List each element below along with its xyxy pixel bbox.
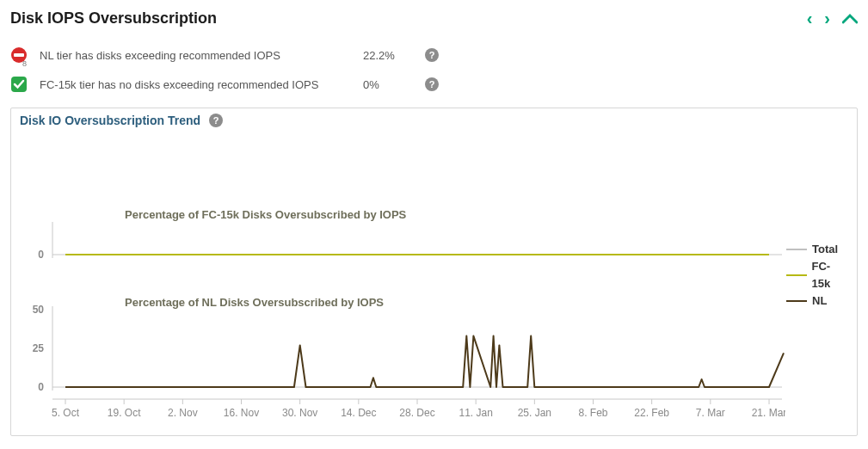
legend-item-fc15k[interactable]: FC-15k [786, 258, 848, 292]
check-ok-icon [10, 76, 33, 93]
svg-text:5. Oct: 5. Oct [52, 407, 80, 419]
legend-item-total[interactable]: Total [786, 241, 848, 258]
status-text: NL tier has disks exceeding recommended … [33, 49, 363, 62]
svg-text:0: 0 [38, 381, 44, 393]
svg-text:0: 0 [38, 249, 44, 261]
page-title: Disk IOPS Oversubscription [10, 9, 807, 28]
no-entry-icon: 8 [10, 46, 33, 64]
svg-text:22. Feb: 22. Feb [634, 407, 669, 419]
svg-text:8. Feb: 8. Feb [578, 407, 607, 419]
help-icon[interactable]: ? [425, 77, 439, 91]
status-row-fc: FC-15k tier has no disks exceeding recom… [10, 70, 858, 99]
help-icon[interactable]: ? [209, 114, 223, 127]
svg-text:14. Dec: 14. Dec [341, 407, 376, 419]
svg-text:21. Mar: 21. Mar [752, 407, 785, 419]
svg-text:50: 50 [33, 304, 45, 316]
svg-text:2. Nov: 2. Nov [168, 407, 198, 419]
svg-text:11. Jan: 11. Jan [459, 407, 492, 419]
svg-rect-1 [14, 53, 24, 57]
svg-text:16. Nov: 16. Nov [224, 407, 259, 419]
svg-text:25. Jan: 25. Jan [518, 407, 551, 419]
chart-subtitle-fc: Percentage of FC-15k Disks Oversubscribe… [125, 208, 406, 221]
status-sub-count: 8 [22, 59, 27, 68]
help-icon[interactable]: ? [425, 48, 439, 62]
legend-label: NL [812, 292, 827, 310]
panel-title: Disk IO Oversubscription Trend [20, 114, 200, 127]
collapse-icon[interactable] [842, 13, 858, 25]
svg-text:25: 25 [33, 342, 45, 354]
svg-text:28. Dec: 28. Dec [399, 407, 434, 419]
status-row-nl: 8 NL tier has disks exceeding recommende… [10, 40, 858, 70]
status-pct: 0% [363, 78, 425, 91]
trend-panel: Disk IO Oversubscription Trend ? Percent… [10, 108, 858, 436]
chart-svg: 0025505. Oct19. Oct2. Nov16. Nov30. Nov1… [20, 129, 785, 420]
svg-text:7. Mar: 7. Mar [696, 407, 725, 419]
status-pct: 22.2% [363, 49, 425, 62]
svg-text:30. Nov: 30. Nov [282, 407, 317, 419]
svg-text:19. Oct: 19. Oct [108, 407, 141, 419]
prev-icon[interactable]: ‹ [807, 9, 813, 28]
legend: Total FC-15k NL [786, 129, 848, 421]
legend-label: Total [812, 241, 838, 258]
chart-area: Percentage of FC-15k Disks Oversubscribe… [20, 129, 786, 421]
legend-item-nl[interactable]: NL [786, 292, 848, 310]
next-icon[interactable]: › [824, 9, 830, 28]
chart-subtitle-nl: Percentage of NL Disks Oversubscribed by… [125, 296, 384, 309]
legend-label: FC-15k [812, 258, 848, 292]
status-text: FC-15k tier has no disks exceeding recom… [33, 78, 363, 91]
